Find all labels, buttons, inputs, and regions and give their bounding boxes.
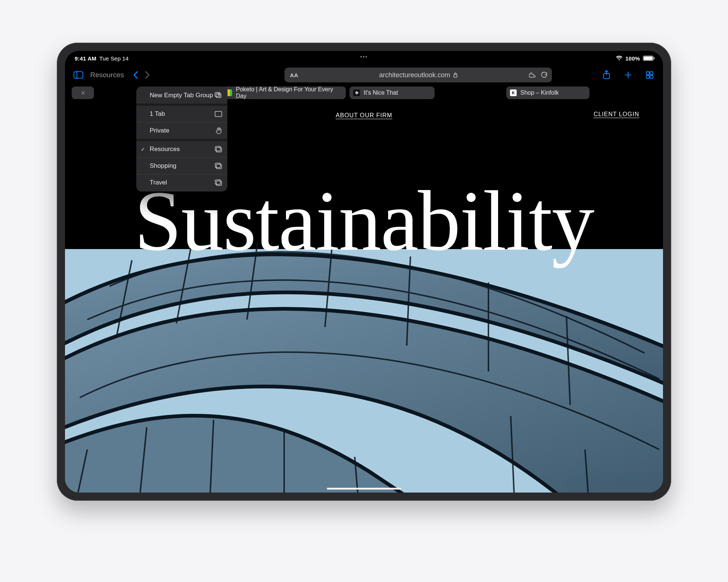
wifi-icon [616,56,623,61]
share-button[interactable] [600,68,613,82]
favicon-icon: ✲ [353,89,360,96]
tab-group-name[interactable]: Resources [90,71,124,79]
close-tab-icon[interactable]: ✕ [81,89,85,97]
tab-label: It's Nice That [364,89,398,96]
status-bar: 9:41 AM Tue Sep 14 ••• 100% [65,51,663,63]
sidebar-toggle-button[interactable] [72,68,85,82]
tab-current[interactable]: ✕ [72,86,94,99]
reader-aa-button[interactable]: AA [290,72,298,78]
battery-icon [643,56,653,61]
tab-group-menu: New Empty Tab Group1 TabPrivate✓Resource… [136,86,227,192]
forward-button[interactable] [145,71,150,79]
svg-rect-26 [215,147,221,151]
tab-group-menu-item[interactable]: ✓Resources [136,141,227,158]
browser-toolbar: Resources AA architectureoutlook.com [65,63,663,85]
menu-item-label: 1 Tab [150,110,165,118]
svg-rect-29 [217,181,222,186]
status-date: Tue Sep 14 [99,55,129,62]
multitask-ellipsis-icon[interactable]: ••• [360,54,368,60]
back-button[interactable] [133,71,138,79]
extensions-icon[interactable] [528,72,536,78]
address-bar[interactable]: AA architectureoutlook.com [285,68,552,82]
svg-rect-27 [217,164,222,169]
svg-rect-24 [215,111,222,117]
nav-login-link[interactable]: CLIENT LOGIN [594,111,639,118]
tab-item[interactable]: Poketo | Art & Design For Your Every Day [222,86,346,99]
tab-item[interactable]: K Shop – Kinfolk [506,86,589,99]
svg-rect-30 [215,180,221,184]
tab-group-menu-item[interactable]: Travel [136,174,227,192]
menu-item-label: New Empty Tab Group [150,92,213,99]
lock-icon [453,72,458,78]
navigation-arrows [133,71,150,79]
stack-icon [215,163,222,169]
checkmark-icon: ✓ [141,146,145,152]
ipad-frame: 9:41 AM Tue Sep 14 ••• 100% Resources [57,43,671,501]
favicon-icon: K [510,89,517,96]
tab-group-menu-item[interactable]: Private [136,122,227,141]
reload-icon[interactable] [541,72,547,78]
address-url: architectureoutlook.com [379,71,450,79]
menu-item-label: Resources [150,146,180,153]
new-group-icon [215,92,222,99]
tab-group-menu-item[interactable]: New Empty Tab Group [136,86,227,106]
tab-group-menu-item[interactable]: Shopping [136,158,227,174]
tab-item[interactable]: ✲ It's Nice That [350,86,435,99]
tab-label: Shop – Kinfolk [520,89,559,96]
tab-overview-button[interactable] [643,68,656,82]
new-tab-button[interactable] [621,68,635,82]
svg-rect-28 [215,163,221,168]
svg-rect-2 [454,75,457,77]
svg-rect-4 [646,72,649,75]
menu-item-label: Shopping [150,162,176,170]
menu-item-label: Private [150,127,169,134]
nav-about-link[interactable]: ABOUT OUR FIRM [336,112,392,119]
screen: 9:41 AM Tue Sep 14 ••• 100% Resources [65,51,663,493]
tab-label: Poketo | Art & Design For Your Every Day [236,86,341,99]
home-indicator[interactable] [327,488,401,490]
stack-icon [215,179,222,186]
hand-icon [215,127,222,134]
menu-item-label: Travel [150,179,167,186]
status-time: 9:41 AM [75,55,96,62]
tab-group-menu-item[interactable]: 1 Tab [136,106,227,122]
window-icon [215,111,222,117]
hero-illustration [65,242,663,493]
svg-rect-7 [650,75,653,78]
svg-rect-6 [646,75,649,78]
svg-rect-25 [217,148,222,152]
battery-percent: 100% [625,55,640,62]
svg-rect-0 [74,72,83,78]
stack-icon [215,146,222,153]
svg-rect-5 [650,72,653,75]
